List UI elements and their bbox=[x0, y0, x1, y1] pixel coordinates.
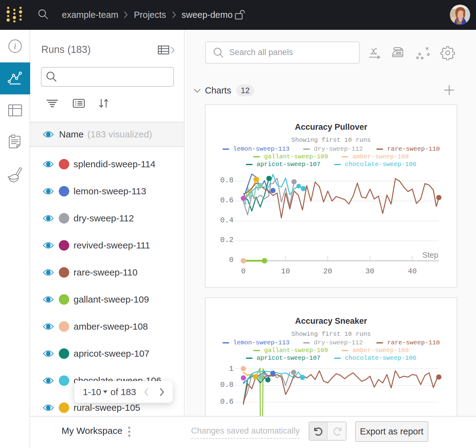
svg-text:i: i bbox=[14, 41, 16, 51]
